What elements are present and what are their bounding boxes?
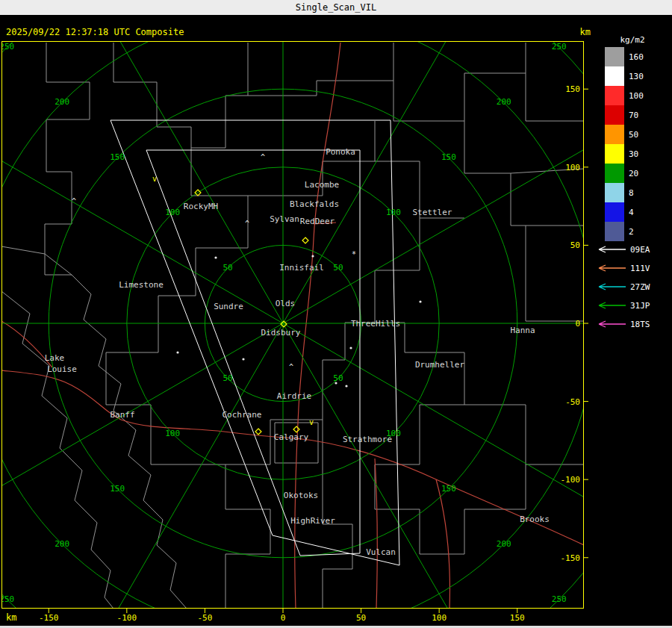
- legend-swatch-160: [605, 47, 624, 66]
- site-id-label: 27ZW: [630, 282, 650, 292]
- range-ring-label: 200: [497, 539, 511, 549]
- caret-marker: ^: [245, 220, 249, 228]
- town-label-highriver: HighRiver: [290, 516, 335, 526]
- range-ring-label: 200: [55, 97, 69, 107]
- town-label-airdrie: Airdrie: [277, 391, 311, 401]
- range-ring-label: 50: [223, 263, 232, 273]
- legend-swatch-8: [605, 183, 624, 202]
- point-marker: [176, 351, 178, 353]
- point-marker: [311, 255, 314, 257]
- range-ring-label: 150: [441, 152, 456, 162]
- legend-swatch-2: [605, 222, 624, 241]
- town-label-rockymh: RockyMH: [184, 202, 218, 211]
- town-label-drumheller: Drumheller: [415, 360, 465, 370]
- town-label-sundre: Sundre: [214, 302, 243, 311]
- legend-swatch-100: [605, 86, 624, 105]
- range-ring-label: 150: [110, 152, 125, 162]
- legend-swatch-70: [605, 105, 624, 125]
- legend-value-label: 130: [629, 72, 644, 81]
- range-ring-label: 200: [55, 539, 69, 549]
- legend-swatch-30: [605, 144, 624, 164]
- range-ring-label: 150: [441, 484, 456, 494]
- bottom-axis-label: 0: [281, 613, 286, 623]
- town-label-brooks: Brooks: [520, 514, 550, 524]
- site-id-label: 18TS: [630, 320, 650, 329]
- right-axis-label: 100: [565, 163, 580, 172]
- site-id-label: 09EA: [630, 245, 650, 255]
- radar-display: Single_Scan_VIL 2025/09/22 12:37:18 UTC …: [0, 0, 672, 628]
- caret-marker: ^: [72, 197, 76, 205]
- legend-value-label: 30: [629, 149, 638, 159]
- town-label-hanna: Hanna: [510, 326, 535, 335]
- point-marker: [242, 358, 244, 360]
- legend-value-label: 160: [629, 52, 644, 62]
- town-label-lake: Lake: [45, 353, 65, 363]
- legend-value-label: 100: [629, 91, 644, 101]
- range-ring-label: 100: [165, 208, 180, 217]
- range-ring-label: 200: [497, 97, 511, 107]
- town-label-banff: Banff: [110, 410, 134, 420]
- town-label-sylvan: Sylvan: [270, 214, 299, 224]
- right-axis-unit-label: km: [580, 27, 591, 37]
- town-label-okotoks: Okotoks: [284, 491, 318, 500]
- right-axis-label: 50: [570, 240, 580, 250]
- town-label-olds: Olds: [276, 299, 296, 308]
- site-id-label: 31JP: [630, 301, 650, 311]
- legend-swatch-4: [605, 202, 624, 222]
- bottom-axis-label: -100: [117, 613, 137, 623]
- town-label-stettler: Stettler: [413, 208, 452, 217]
- town-label-limestone: Limestone: [119, 280, 164, 290]
- site-id-label: 111V: [630, 264, 650, 273]
- legend-swatch-130: [605, 66, 624, 86]
- town-label-threehills: ThreeHills: [351, 319, 400, 329]
- right-axis-label: -50: [565, 397, 580, 407]
- v-arrow-marker: v: [152, 175, 157, 183]
- point-marker: [419, 300, 421, 302]
- town-label-blackfalds: Blackfalds: [290, 199, 339, 209]
- legend-swatch-20: [605, 164, 624, 183]
- window-title: Single_Scan_VIL: [296, 2, 376, 13]
- town-label-louise: Louise: [47, 364, 77, 374]
- legend-value-label: 8: [629, 188, 634, 198]
- range-ring-label: 50: [333, 263, 343, 273]
- right-axis-label: -100: [561, 475, 581, 485]
- bottom-axis-label: -150: [39, 613, 59, 623]
- town-label-didsbury: Didsbury: [261, 328, 301, 338]
- point-marker: [214, 256, 217, 258]
- bottom-axis-label: 100: [432, 613, 447, 623]
- v-arrow-marker: v: [309, 418, 314, 426]
- legend-swatch-50: [605, 125, 624, 144]
- point-marker: [349, 346, 352, 349]
- right-axis-label: 0: [575, 319, 580, 329]
- range-ring-label: 50: [223, 373, 232, 383]
- town-label-strathmore: Strathmore: [343, 435, 392, 444]
- town-label-cochrane: Cochrane: [223, 410, 262, 420]
- range-ring-label: 100: [165, 429, 180, 438]
- caret-marker: ^: [289, 363, 293, 371]
- bottom-axis-label: 150: [510, 613, 525, 623]
- right-axis-label: 150: [565, 84, 580, 94]
- legend-value-label: 2: [629, 227, 634, 237]
- legend-value-label: 20: [629, 169, 638, 178]
- range-ring-label: 100: [386, 208, 401, 217]
- range-ring-label: 150: [110, 484, 125, 494]
- asterisk-marker: *: [352, 250, 356, 258]
- bottom-axis-label: -50: [197, 613, 212, 623]
- range-ring-label: 250: [552, 42, 567, 52]
- timestamp-label: 2025/09/22 12:37:18 UTC Composite: [6, 27, 184, 37]
- range-ring-label: 250: [552, 594, 567, 604]
- caret-marker: ^: [261, 153, 265, 161]
- point-marker: [335, 382, 337, 384]
- town-label-innisfail: Innisfail: [279, 263, 324, 273]
- town-label-reddeer: RedDeer: [300, 217, 335, 226]
- bottom-axis-label: 50: [356, 613, 366, 623]
- town-label-ponoka: Ponoka: [326, 147, 355, 157]
- town-label-vulcan: Vulcan: [366, 547, 396, 557]
- point-marker: [345, 385, 347, 387]
- legend-value-label: 70: [629, 111, 638, 120]
- legend-unit-label: kg/m2: [620, 35, 644, 45]
- legend-value-label: 4: [629, 208, 634, 217]
- legend-value-label: 50: [629, 130, 638, 140]
- bottom-axis-unit-label: km: [6, 612, 16, 623]
- right-axis-label: -150: [561, 553, 581, 563]
